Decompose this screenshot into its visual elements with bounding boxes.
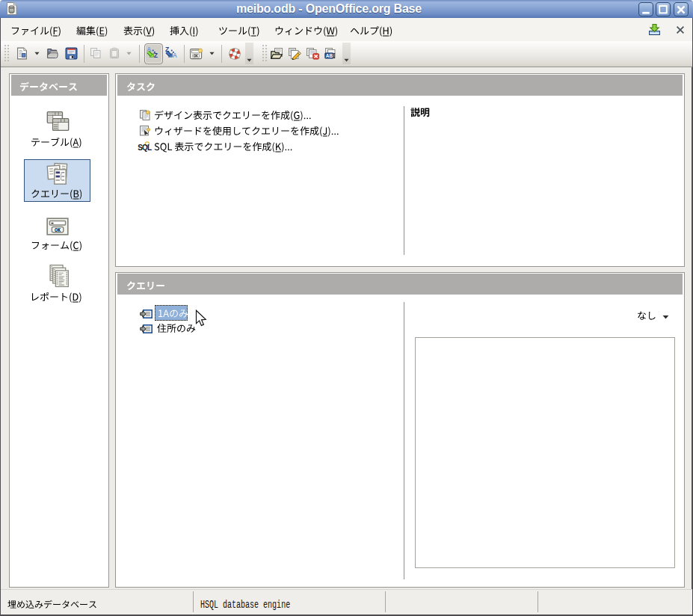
svg-text:AB: AB xyxy=(326,53,333,58)
svg-text:A: A xyxy=(173,52,177,58)
svg-text:OK: OK xyxy=(55,227,61,233)
svg-text:SQL: SQL xyxy=(138,144,152,152)
svg-text:Z: Z xyxy=(154,52,158,58)
